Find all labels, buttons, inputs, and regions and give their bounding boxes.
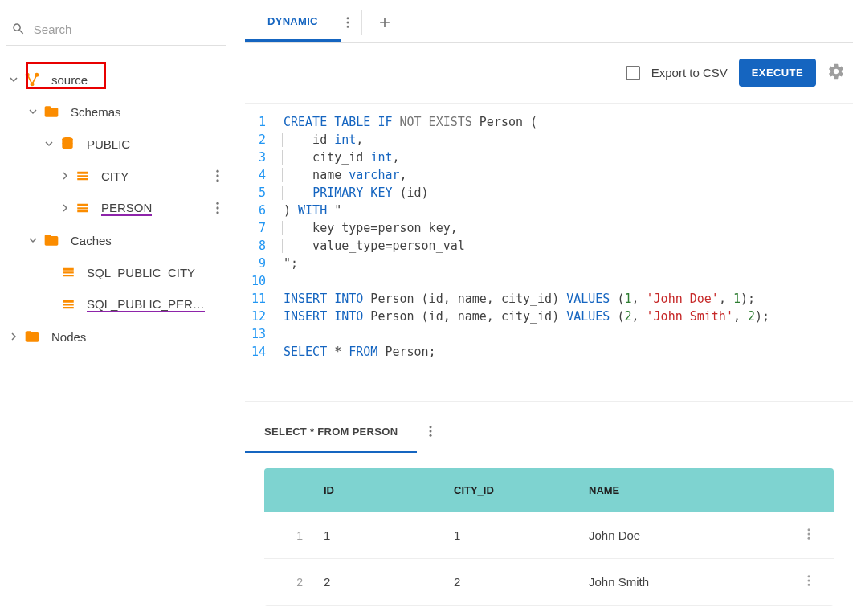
svg-point-14: [216, 206, 218, 209]
editor-line: 11INSERT INTO Person (id, name, city_id)…: [245, 290, 853, 308]
editor-line: 12INSERT INTO Person (id, name, city_id)…: [245, 308, 853, 325]
line-number: 2: [245, 131, 284, 149]
svg-point-8: [216, 174, 218, 177]
svg-point-22: [346, 17, 349, 19]
table-row[interactable]: 111John Doe: [264, 512, 834, 559]
execute-button[interactable]: EXECUTE: [739, 59, 816, 87]
tree-item-public[interactable]: PUBLIC: [6, 128, 226, 160]
col-city-id[interactable]: CITY_ID: [454, 484, 589, 496]
line-number: 7: [245, 219, 284, 237]
settings-button[interactable]: [827, 63, 845, 83]
sidebar: source Schemas PUBLIC CITY PERSON Caches…: [0, 0, 232, 616]
tree-item-schemas[interactable]: Schemas: [6, 96, 226, 128]
line-number: 14: [245, 343, 284, 361]
code-content: INSERT INTO Person (id, name, city_id) V…: [284, 308, 769, 325]
tree-item-cache-city[interactable]: SQL_PUBLIC_CITY: [6, 256, 226, 288]
cell-name: John Smith: [589, 575, 802, 589]
editor-line: 8 value_type=person_val: [245, 237, 853, 255]
main-panel: DYNAMIC Export to CSV EXECUTE 1CREATE TA…: [232, 0, 861, 616]
result-tab[interactable]: SELECT * FROM PERSON: [245, 413, 417, 453]
tree-item-cache-person[interactable]: SQL_PUBLIC_PER…: [6, 288, 226, 320]
col-id[interactable]: ID: [319, 484, 454, 496]
line-number: 1: [245, 113, 284, 131]
svg-rect-4: [77, 172, 88, 174]
tree-item-person[interactable]: PERSON: [6, 192, 226, 224]
table-row[interactable]: 222John Smith: [264, 559, 834, 606]
sql-editor[interactable]: 1CREATE TABLE IF NOT EXISTS Person (2 id…: [245, 104, 853, 402]
search-box: [6, 16, 226, 46]
tab-dynamic[interactable]: DYNAMIC: [245, 3, 341, 42]
folder-icon: [43, 104, 59, 120]
chevron-right-icon: [61, 172, 69, 180]
export-csv-checkbox[interactable]: [626, 66, 640, 80]
svg-rect-12: [77, 210, 88, 212]
chevron-down-icon: [45, 140, 53, 148]
svg-rect-18: [63, 275, 74, 276]
code-content: id int,: [284, 131, 363, 149]
code-content: key_type=person_key,: [284, 219, 458, 237]
editor-line: 7 key_type=person_key,: [245, 219, 853, 237]
row-index: 2: [264, 576, 319, 589]
svg-rect-19: [63, 300, 74, 303]
add-tab-button[interactable]: [369, 3, 401, 42]
tree-label: CITY: [101, 169, 129, 183]
search-icon: [11, 21, 26, 37]
svg-point-30: [808, 537, 810, 540]
cache-icon: [61, 265, 75, 279]
more-vert-icon[interactable]: [210, 200, 226, 216]
tree-item-source[interactable]: source: [6, 63, 226, 96]
tree-item-city[interactable]: CITY: [6, 160, 226, 192]
chevron-right-icon: [61, 204, 69, 212]
database-icon: [59, 136, 75, 152]
svg-point-13: [216, 202, 218, 205]
more-vert-icon: [341, 15, 355, 30]
line-number: 13: [245, 325, 284, 343]
svg-point-15: [216, 211, 218, 214]
code-content: ) WITH ": [284, 202, 341, 219]
table-icon: [75, 201, 90, 215]
svg-rect-17: [63, 271, 74, 273]
editor-line: 10: [245, 272, 853, 290]
editor-tabs: DYNAMIC: [245, 3, 853, 43]
tab-menu-button[interactable]: [341, 3, 355, 42]
svg-point-23: [346, 22, 349, 24]
editor-line: 9";: [245, 255, 853, 272]
row-menu[interactable]: [802, 527, 834, 544]
cell-city-id: 1: [454, 528, 589, 542]
line-number: 6: [245, 202, 284, 219]
code-content: value_type=person_val: [284, 237, 465, 255]
line-number: 3: [245, 149, 284, 166]
code-content: ";: [284, 255, 298, 272]
code-content: SELECT * FROM Person;: [284, 343, 436, 361]
code-content: INSERT INTO Person (id, name, city_id) V…: [284, 290, 755, 308]
search-input[interactable]: [34, 22, 221, 36]
tree-item-nodes[interactable]: Nodes: [6, 320, 226, 353]
svg-point-27: [430, 434, 432, 437]
tree-label: PUBLIC: [87, 137, 130, 151]
tree-label: SQL_PUBLIC_CITY: [87, 266, 195, 279]
row-menu[interactable]: [802, 573, 834, 590]
folder-icon: [43, 232, 59, 248]
tree-item-caches[interactable]: Caches: [6, 224, 226, 256]
cell-id: 2: [319, 575, 454, 589]
svg-point-28: [808, 528, 810, 531]
code-content: city_id int,: [284, 149, 400, 166]
svg-point-7: [216, 170, 218, 173]
tree-label: Caches: [71, 234, 112, 247]
plus-icon: [377, 14, 393, 31]
cache-icon: [61, 297, 75, 312]
svg-point-25: [430, 426, 432, 428]
svg-point-31: [808, 575, 810, 577]
chevron-down-icon: [10, 75, 18, 84]
cell-city-id: 2: [454, 575, 589, 589]
tree-label: Nodes: [51, 330, 86, 344]
svg-point-33: [808, 584, 810, 586]
svg-rect-20: [63, 304, 74, 305]
result-tab-menu[interactable]: [417, 411, 444, 454]
code-content: name varchar,: [284, 166, 407, 184]
editor-line: 1CREATE TABLE IF NOT EXISTS Person (: [245, 113, 853, 131]
more-vert-icon[interactable]: [210, 168, 226, 184]
line-number: 10: [245, 272, 284, 290]
line-number: 9: [245, 255, 284, 272]
col-name[interactable]: NAME: [589, 484, 802, 496]
